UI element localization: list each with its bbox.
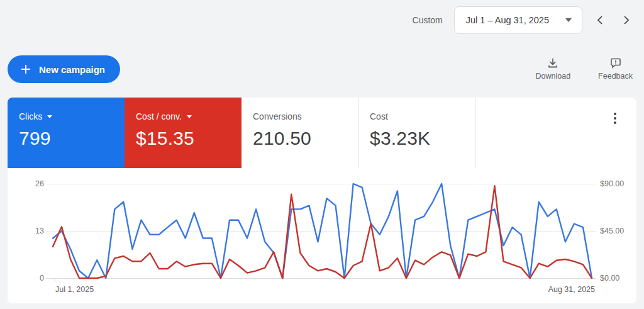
scorecard-cost-per-conv-value: $15.35 xyxy=(136,128,242,149)
y-left-tick-0: 0 xyxy=(16,273,44,283)
date-range-picker[interactable]: Jul 1 – Aug 31, 2025 xyxy=(454,6,582,34)
timeseries-chart[interactable]: 26 13 0 $90.00 $45.00 $0.00 Jul 1, 2025 … xyxy=(8,168,636,303)
previous-period-button[interactable] xyxy=(591,11,609,29)
scorecard-conversions[interactable]: Conversions 210.50 xyxy=(242,98,358,168)
scorecard-clicks[interactable]: Clicks 799 xyxy=(8,98,125,168)
feedback-label: Feedback xyxy=(598,72,633,81)
y-right-tick-90: $90.00 xyxy=(600,179,624,189)
feedback-button[interactable]: Feedback xyxy=(598,57,633,81)
scorecard-cost-per-conv[interactable]: Cost / conv. $15.35 xyxy=(125,98,242,168)
download-button[interactable]: Download xyxy=(536,57,571,81)
scorecard-clicks-value: 799 xyxy=(19,128,125,149)
scorecard-conversions-value: 210.50 xyxy=(253,128,358,149)
scorecard-conversions-label: Conversions xyxy=(253,111,302,121)
scorecard-cost-per-conv-label: Cost / conv. xyxy=(136,111,182,121)
chart-options-menu-button[interactable] xyxy=(610,111,620,129)
chart-plot[interactable] xyxy=(8,168,636,303)
action-row: New campaign Download Feedback xyxy=(8,55,633,86)
y-right-tick-0: $0.00 xyxy=(600,273,619,283)
feedback-icon xyxy=(609,57,622,69)
scorecard-cost-value: $3.23K xyxy=(370,128,475,149)
date-preset-label: Custom xyxy=(413,15,443,25)
new-campaign-label: New campaign xyxy=(39,64,105,75)
chevron-down-icon xyxy=(565,18,572,22)
chevron-down-icon[interactable] xyxy=(187,115,192,118)
x-tick-end: Aug 31, 2025 xyxy=(548,285,595,294)
date-range-text: Jul 1 – Aug 31, 2025 xyxy=(466,15,549,25)
kebab-icon xyxy=(614,113,616,115)
chevron-right-icon xyxy=(622,15,631,25)
new-campaign-button[interactable]: New campaign xyxy=(8,55,120,83)
chevron-down-icon[interactable] xyxy=(47,115,52,118)
plus-icon xyxy=(20,64,31,75)
next-period-button[interactable] xyxy=(618,11,635,29)
scorecard-clicks-label: Clicks xyxy=(19,111,42,121)
download-icon xyxy=(547,57,559,69)
download-label: Download xyxy=(536,72,571,81)
overview-panel: Clicks 799 Cost / conv. $15.35 Conversio… xyxy=(8,98,636,303)
scorecard-cost[interactable]: Cost $3.23K xyxy=(358,98,475,168)
chevron-left-icon xyxy=(596,15,604,25)
y-left-tick-13: 13 xyxy=(16,226,44,236)
y-left-tick-26: 26 xyxy=(16,179,44,189)
panel-actions: Download Feedback xyxy=(536,57,633,81)
scorecard-cost-label: Cost xyxy=(370,111,388,121)
series-line-cost-conv-[interactable] xyxy=(53,186,592,278)
header-bar: Custom Jul 1 – Aug 31, 2025 xyxy=(0,0,644,40)
scorecards-row: Clicks 799 Cost / conv. $15.35 Conversio… xyxy=(8,98,636,168)
y-right-tick-45: $45.00 xyxy=(600,226,624,236)
x-tick-start: Jul 1, 2025 xyxy=(55,285,94,294)
